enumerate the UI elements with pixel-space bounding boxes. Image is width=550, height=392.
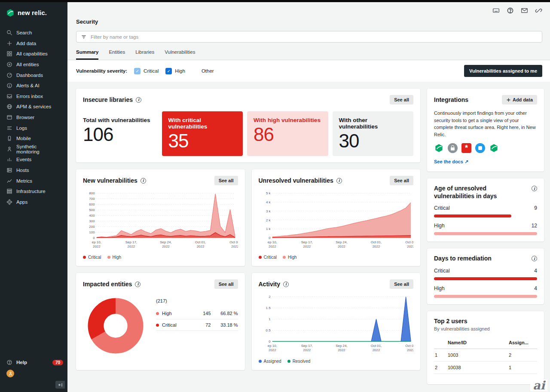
tab-libraries[interactable]: Libraries	[135, 49, 154, 60]
severity-critical-checkbox[interactable]: ✓ Critical	[134, 68, 159, 74]
column-name-id[interactable]: Name/ID	[448, 340, 509, 345]
info-icon[interactable]: i	[141, 178, 146, 184]
sidebar-item-add-data[interactable]: Add data	[0, 38, 67, 49]
tab-summary[interactable]: Summary	[76, 49, 98, 60]
vulnerabilities-assigned-to-me-button[interactable]: Vulnerabilities assigned to me	[464, 65, 542, 77]
sidebar-item-hosts[interactable]: Hosts	[0, 165, 67, 176]
bar-label: Critical	[434, 205, 450, 211]
sidebar-item-infrastructure[interactable]: Infrastructure	[0, 186, 67, 197]
see-all-button[interactable]: See all	[390, 279, 413, 289]
column-assigned[interactable]: Assign...	[509, 340, 536, 345]
info-icon[interactable]: i	[532, 256, 537, 261]
filter-input[interactable]	[91, 34, 538, 40]
tab-entities[interactable]: Entities	[109, 49, 125, 60]
legend-label[interactable]: Resolved	[293, 359, 311, 364]
sidebar-item-help[interactable]: Help 70	[0, 357, 67, 368]
severity-other-label: Other	[202, 68, 214, 74]
tile-value: 106	[83, 125, 151, 144]
tile-high-vulnerabilities[interactable]: With high vulnerabilities 86	[247, 111, 328, 156]
keyboard-shortcuts-icon[interactable]	[492, 7, 500, 14]
sidebar-item-logs[interactable]: Logs	[0, 122, 67, 133]
see-all-button[interactable]: See all	[214, 279, 238, 289]
sidebar-item-events[interactable]: Events	[0, 154, 67, 165]
tab-vulnerabilities[interactable]: Vulnerabilities	[165, 49, 195, 60]
legend-label[interactable]: Critical	[88, 255, 101, 260]
high-bar	[434, 232, 537, 235]
unresolved-vulnerabilities-card: Unresolved vulnerabilities i See all 5 k…	[252, 169, 421, 266]
see-all-button[interactable]: See all	[390, 95, 413, 104]
lock-icon[interactable]	[448, 143, 458, 153]
new-relic-icon[interactable]	[434, 143, 444, 153]
help-circle-icon[interactable]	[507, 7, 514, 14]
see-all-button[interactable]: See all	[214, 176, 238, 185]
sidebar-item-apps[interactable]: Apps	[0, 197, 67, 208]
legend-label[interactable]: High	[113, 255, 122, 260]
table-row[interactable]: 1 1003 2	[434, 349, 537, 361]
activity-title: Activity	[259, 281, 281, 288]
severity-other-checkbox[interactable]: Other	[192, 68, 214, 74]
help-label: Help	[16, 360, 27, 365]
sidebar-item-synthetic-monitoring[interactable]: Synthetic monitoring	[0, 144, 67, 155]
new-vulnerabilities-card: New vulnerabilities i See all 8007006005…	[76, 169, 245, 266]
svg-text:2022: 2022	[303, 348, 311, 352]
plus-icon	[506, 98, 511, 102]
sidebar-item-alerts-ai[interactable]: Alerts & AI	[0, 80, 67, 91]
info-icon[interactable]: i	[135, 282, 141, 287]
user-avatar-row	[0, 368, 67, 379]
donut-legend-row[interactable]: Critical 72 33.18 %	[156, 319, 238, 331]
svg-text:Oct 08,: Oct 08,	[405, 344, 413, 348]
events-icon	[6, 156, 12, 162]
email-icon[interactable]	[521, 7, 528, 14]
tile-label: Total with vulnerabilities	[83, 117, 151, 123]
info-icon[interactable]: i	[283, 282, 289, 287]
sidebar-item-all-entities[interactable]: All entities	[0, 59, 67, 70]
activity-chart[interactable]: 21.510.50ep 10,2022Sep 17,2022Sep 24,202…	[259, 293, 414, 357]
tile-other-vulnerabilities[interactable]: With other vulnerabilities 30	[333, 111, 414, 156]
new-vulnerabilities-chart[interactable]: 8007006005004003002001000ep 10,2022Sep 1…	[83, 190, 238, 253]
sidebar-item-search[interactable]: Search	[0, 28, 67, 38]
new-relic-logo[interactable]: new relic.	[0, 5, 67, 23]
svg-text:0: 0	[269, 340, 271, 344]
legend-label[interactable]: High	[288, 255, 297, 260]
impacted-entities-card: Impacted entities i See all (217) High 1…	[76, 273, 245, 370]
sidebar-item-mobile[interactable]: Mobile	[0, 133, 67, 144]
unresolved-vulnerabilities-chart[interactable]: 5 k4 k3 k2 k1 k0ep 10,2022Sep 17,2022Sep…	[259, 190, 414, 253]
collapse-icon	[58, 382, 63, 388]
filter-bar[interactable]	[76, 31, 542, 43]
docker-icon[interactable]	[475, 143, 485, 153]
sidebar-item-metrics[interactable]: Metrics	[0, 175, 67, 186]
info-icon[interactable]: i	[532, 186, 537, 191]
copy-link-icon[interactable]	[535, 7, 542, 14]
snowflake-icon[interactable]: *	[461, 143, 471, 153]
tile-label: With other vulnerabilities	[339, 117, 407, 130]
alerts-icon	[6, 83, 12, 89]
donut-legend-row[interactable]: High 145 66.82 %	[156, 308, 238, 319]
sidebar-item-apm-services[interactable]: APM & services	[0, 101, 67, 112]
svg-text:4 k: 4 k	[266, 200, 270, 204]
impacted-entities-donut[interactable]	[83, 293, 148, 360]
tile-critical-vulnerabilities[interactable]: With critical vulnerabilities 35	[162, 111, 243, 156]
legend-dot	[83, 256, 86, 259]
legend-label[interactable]: Critical	[264, 255, 277, 260]
impacted-entities-title: Impacted entities	[83, 281, 132, 288]
age-of-unresolved-card: Age of unresolved vulnerabilities in day…	[427, 178, 544, 242]
severity-high-checkbox[interactable]: ✓ High	[165, 68, 185, 74]
user-avatar[interactable]	[6, 370, 14, 377]
table-header: Name/ID Assign...	[434, 337, 537, 349]
sidebar-item-all-capabilities[interactable]: All capabilities	[0, 49, 67, 59]
table-row[interactable]: 2 10038 1	[434, 361, 537, 374]
sidebar-item-errors-inbox[interactable]: Errors inbox	[0, 91, 67, 102]
integrations-card: Integrations Add data Continuously impor…	[427, 89, 544, 172]
sidebar-item-browser[interactable]: Browser	[0, 112, 67, 123]
see-all-button[interactable]: See all	[390, 176, 413, 185]
sidebar-item-dashboards[interactable]: Dashboards	[0, 70, 67, 80]
legend-label[interactable]: Assigned	[264, 359, 281, 364]
info-icon[interactable]: i	[336, 178, 342, 184]
unresolved-vulnerabilities-title: Unresolved vulnerabilities	[259, 177, 333, 184]
insecure-libraries-card: Insecure libraries i See all Total with …	[76, 89, 420, 162]
see-the-docs-link[interactable]: See the docs ↗	[434, 159, 468, 164]
new-relic-icon[interactable]	[489, 143, 499, 153]
add-data-button[interactable]: Add data	[502, 95, 537, 104]
info-icon[interactable]: i	[136, 97, 141, 103]
sidebar-collapse-button[interactable]	[55, 381, 65, 389]
